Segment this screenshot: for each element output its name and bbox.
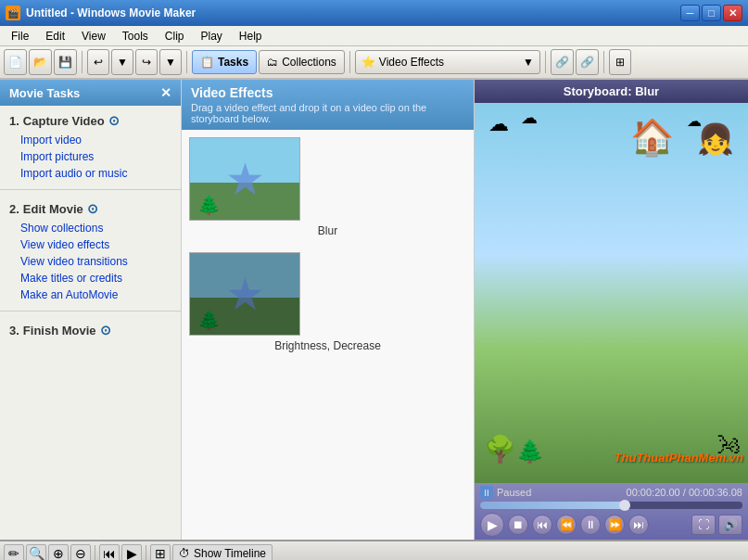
storyboard-title: Storyboard: Blur [564,84,659,98]
scene-girl: 👧 [697,121,734,157]
section-1-arrow[interactable]: ⊙ [108,113,120,128]
menubar: File Edit View Tools Clip Play Help [0,26,748,46]
sb-prev[interactable]: ⏮ [99,544,120,561]
prev-frame-button[interactable]: ⏮ [532,515,552,535]
maximize-button[interactable]: □ [702,5,721,21]
ve-header: Video Effects Drag a video effect and dr… [182,80,474,130]
pause-button[interactable]: ⏸ [580,515,601,535]
section-2-arrow[interactable]: ⊙ [87,201,98,216]
ve-item-brightness[interactable]: ★ Brightness, Decrease [189,252,466,352]
tasks-label: Tasks [218,56,248,69]
collections-label: Collections [282,56,336,69]
toolbar-separator-4 [545,51,546,73]
redo-button[interactable]: ↪ [135,49,158,75]
save-button[interactable]: 💾 [54,49,77,75]
ve-star-brightness: ★ [190,253,299,335]
show-timeline-label: Show Timeline [194,547,266,560]
ve-dropdown[interactable]: ⭐ Video Effects ▼ [355,50,540,74]
titlebar: 🎬 Untitled - Windows Movie Maker ─ □ ✕ [0,0,748,26]
new-button[interactable]: 📄 [4,49,27,75]
grid-button[interactable]: ⊞ [609,49,631,75]
section-divider-1 [0,189,181,190]
capture-video-header: 1. Capture Video ⊙ [9,113,171,128]
stop-button[interactable]: ⏹ [508,515,528,535]
make-automovie-link[interactable]: Make an AutoMovie [9,286,171,303]
sb-zoom-out[interactable]: ⊖ [70,544,91,561]
seek-fill [480,502,625,509]
scene-cloud-1: ☁ [488,112,509,136]
menu-help[interactable]: Help [232,28,270,45]
prev-button[interactable]: ⏪ [556,515,577,535]
left-panel: Movie Tasks ✕ 1. Capture Video ⊙ Import … [0,80,182,540]
play-button[interactable]: ▶ [480,513,504,537]
watermark: ThuThuatPhanMem.vn [615,451,743,465]
undo-button[interactable]: ↩ [87,49,109,75]
next-frame-button[interactable]: ⏭ [628,515,649,535]
section-3-arrow[interactable]: ⊙ [100,323,111,337]
section-2-title: Edit Movie [23,202,83,216]
center-panel: Video Effects Drag a video effect and dr… [182,80,475,540]
seek-bar[interactable] [480,502,742,509]
import-pictures-link[interactable]: Import pictures [9,148,171,165]
tasks-button[interactable]: 📋 Tasks [192,50,257,74]
movie-tasks-title: Movie Tasks [9,86,80,100]
time-display: 00:00:20.00 / 00:00:36.08 [627,487,742,498]
main-area: Movie Tasks ✕ 1. Capture Video ⊙ Import … [0,80,748,540]
show-timeline-button[interactable]: ⏱ Show Timeline [172,544,273,561]
next-button[interactable]: ⏩ [604,515,625,535]
view-video-transitions-link[interactable]: View video transitions [9,253,171,270]
sb-zoom-in[interactable]: ⊕ [48,544,69,561]
section-edit: 2. Edit Movie ⊙ Show collections View vi… [0,194,181,307]
ve-label-blur: Blur [318,224,337,237]
fullscreen-button[interactable]: ⛶ [691,515,716,535]
extra-btn-2[interactable]: 🔗 [576,49,599,75]
undo-dropdown[interactable]: ▼ [111,49,133,75]
minimize-button[interactable]: ─ [680,5,700,21]
extra-btn-1[interactable]: 🔗 [551,49,574,75]
redo-dropdown[interactable]: ▼ [159,49,182,75]
toolbar-separator-1 [82,51,82,73]
ve-item-blur[interactable]: ★ Blur [189,137,466,237]
status-paused-indicator: ⏸ Paused [480,486,531,499]
movie-tasks-close[interactable]: ✕ [160,85,171,100]
make-titles-link[interactable]: Make titles or credits [9,270,171,286]
toolbar-separator-2 [186,51,187,73]
import-video-link[interactable]: Import video [9,132,171,148]
menu-view[interactable]: View [74,28,113,45]
show-collections-link[interactable]: Show collections [9,220,171,236]
preview-image: ☁ ☁ ☁ 🏠 👧 🌬 🌳 🌲 ThuThuatPhanMem.vn [475,103,748,483]
playback-status: ⏸ Paused 00:00:20.00 / 00:00:36.08 [480,486,742,499]
menu-file[interactable]: File [4,28,36,45]
time-total: 00:00:36.08 [689,487,742,498]
status-text: Paused [497,487,531,498]
section-2-num: 2. [9,202,19,216]
ve-content[interactable]: ★ Blur ★ Brightness, Decrease [182,130,474,540]
preview-area: ☁ ☁ ☁ 🏠 👧 🌬 🌳 🌲 ThuThuatPhanMem.vn [475,103,748,483]
import-audio-link[interactable]: Import audio or music [9,165,171,182]
ve-title: Video Effects [191,85,464,100]
sb-play-small[interactable]: ▶ [121,544,142,561]
sb-tool-1[interactable]: ✏ [4,544,24,561]
menu-edit[interactable]: Edit [38,28,72,45]
section-finish: 3. Finish Movie ⊙ [0,315,181,345]
volume-button[interactable]: 🔊 [718,515,742,535]
ve-description: Drag a video effect and drop it on a vid… [191,102,464,124]
tasks-icon: 📋 [200,56,214,69]
collections-button[interactable]: 🗂 Collections [259,50,345,74]
storyboard-area: ✏ 🔍 ⊕ ⊖ ⏮ ▶ ⊞ ⏱ Show Timeline [0,540,748,560]
movie-tasks-header: Movie Tasks ✕ [0,80,181,106]
storyboard-header: Storyboard: Blur [475,80,748,103]
seek-thumb[interactable] [619,500,630,511]
menu-tools[interactable]: Tools [115,28,156,45]
playback-controls: ▶ ⏹ ⏮ ⏪ ⏸ ⏩ ⏭ ⛶ 🔊 [480,513,742,537]
sb-layout[interactable]: ⊞ [150,544,171,561]
sb-tool-2[interactable]: 🔍 [26,544,46,561]
view-video-effects-link[interactable]: View video effects [9,236,171,253]
open-button[interactable]: 📂 [29,49,52,75]
section-3-num: 3. [9,324,19,337]
toolbar-separator-5 [603,51,604,73]
collections-icon: 🗂 [267,56,278,69]
close-button[interactable]: ✕ [723,5,742,21]
menu-clip[interactable]: Clip [158,28,192,45]
menu-play[interactable]: Play [194,28,230,45]
